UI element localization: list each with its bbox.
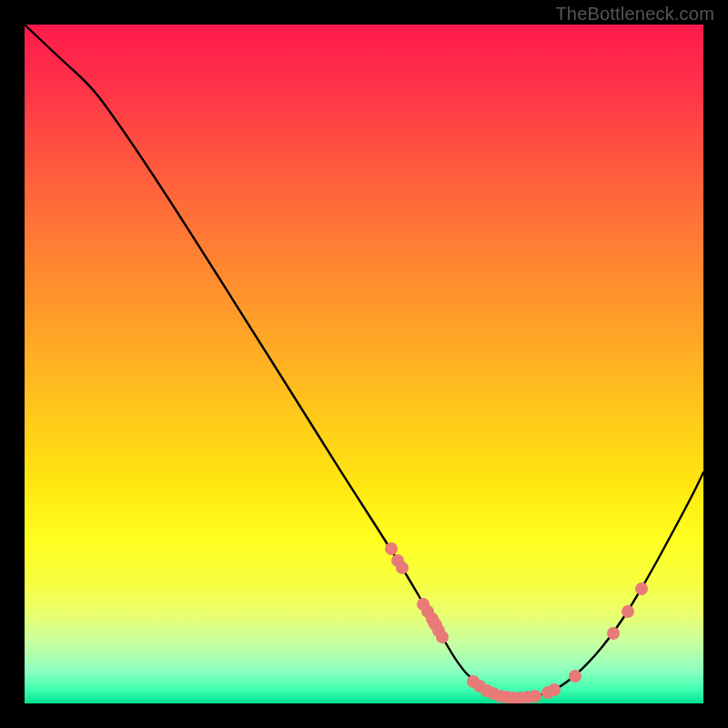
- curve-marker: [385, 542, 398, 555]
- curve-marker: [569, 670, 581, 682]
- curve-marker: [529, 690, 541, 703]
- bottleneck-curve: [25, 25, 703, 697]
- watermark-text: TheBottleneck.com: [555, 4, 714, 25]
- curve-marker: [607, 627, 620, 640]
- curve-marker: [436, 631, 449, 643]
- curve-markers: [385, 542, 648, 703]
- curve-marker: [396, 561, 409, 574]
- chart-curve-layer: [25, 25, 703, 703]
- chart-plot-area: [25, 25, 703, 703]
- curve-marker: [548, 683, 561, 696]
- curve-marker: [635, 582, 648, 595]
- curve-marker: [622, 605, 634, 618]
